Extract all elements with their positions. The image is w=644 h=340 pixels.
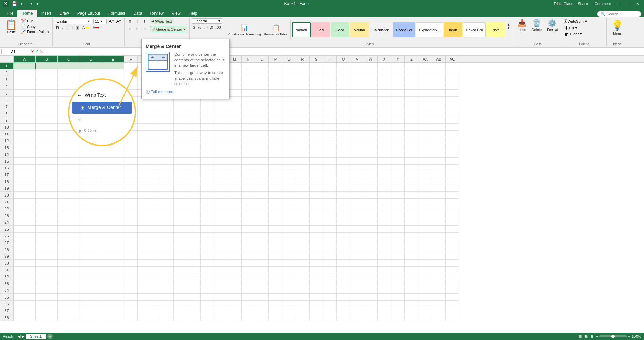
cell-F23[interactable] <box>124 212 138 219</box>
format-button[interactable]: ⚙️ Format <box>545 18 560 32</box>
cell-Y36[interactable] <box>391 301 405 307</box>
cell-H12[interactable] <box>160 137 174 144</box>
decrease-font-button[interactable]: A⁻ <box>116 18 122 24</box>
cell-Q23[interactable] <box>282 212 296 219</box>
cell-S25[interactable] <box>310 226 323 233</box>
cell-AA6[interactable] <box>418 97 432 103</box>
cell-F36[interactable] <box>124 301 138 307</box>
cell-M1[interactable] <box>228 63 242 69</box>
cell-M36[interactable] <box>228 301 242 307</box>
cell-Z21[interactable] <box>405 199 418 205</box>
cell-F14[interactable] <box>124 151 138 158</box>
cell-S8[interactable] <box>310 110 323 117</box>
cell-AC17[interactable] <box>446 171 459 178</box>
cell-O16[interactable] <box>255 165 269 171</box>
cell-Q8[interactable] <box>282 110 296 117</box>
cell-AC7[interactable] <box>446 103 459 110</box>
cell-V14[interactable] <box>350 151 364 158</box>
cell-W38[interactable] <box>364 314 378 321</box>
cell-Q26[interactable] <box>282 233 296 239</box>
cell-Z32[interactable] <box>405 273 418 280</box>
cell-I19[interactable] <box>174 185 187 192</box>
cell-Y31[interactable] <box>391 267 405 273</box>
cell-O23[interactable] <box>255 212 269 219</box>
cell-X32[interactable] <box>378 273 391 280</box>
cell-X38[interactable] <box>378 314 391 321</box>
cell-S14[interactable] <box>310 151 323 158</box>
conditional-formatting-button[interactable]: 📊 Conditional Formatting <box>227 23 262 37</box>
cell-P22[interactable] <box>269 205 282 212</box>
cell-Q38[interactable] <box>282 314 296 321</box>
cell-Q12[interactable] <box>282 137 296 144</box>
cell-AA18[interactable] <box>418 178 432 185</box>
cell-F25[interactable] <box>124 226 138 233</box>
cell-H13[interactable] <box>160 144 174 151</box>
cell-T32[interactable] <box>323 273 337 280</box>
cell-B20[interactable] <box>36 192 58 199</box>
cell-E2[interactable] <box>102 69 124 76</box>
cell-L9[interactable] <box>214 117 228 124</box>
cell-V24[interactable] <box>350 219 364 226</box>
cell-A16[interactable] <box>14 165 36 171</box>
col-header-Q[interactable]: Q <box>282 56 296 62</box>
cell-Q30[interactable] <box>282 260 296 267</box>
cell-B15[interactable] <box>36 158 58 165</box>
cell-U22[interactable] <box>337 205 350 212</box>
cell-T1[interactable] <box>323 63 337 69</box>
cell-N7[interactable] <box>242 103 255 110</box>
cell-O11[interactable] <box>255 131 269 137</box>
increase-decimal-button[interactable]: .0 <box>209 25 214 30</box>
cell-C19[interactable] <box>58 185 80 192</box>
cell-H20[interactable] <box>160 192 174 199</box>
cell-L35[interactable] <box>214 294 228 301</box>
cell-M6[interactable] <box>228 97 242 103</box>
cell-O9[interactable] <box>255 117 269 124</box>
cell-F32[interactable] <box>124 273 138 280</box>
cell-S13[interactable] <box>310 144 323 151</box>
cell-AA28[interactable] <box>418 246 432 253</box>
cell-T11[interactable] <box>323 131 337 137</box>
cell-Q6[interactable] <box>282 97 296 103</box>
cell-N4[interactable] <box>242 83 255 90</box>
cell-T21[interactable] <box>323 199 337 205</box>
cell-E25[interactable] <box>102 226 124 233</box>
cell-AC22[interactable] <box>446 205 459 212</box>
cell-X7[interactable] <box>378 103 391 110</box>
cell-P23[interactable] <box>269 212 282 219</box>
cell-J10[interactable] <box>187 124 201 131</box>
cell-V23[interactable] <box>350 212 364 219</box>
cell-F34[interactable] <box>124 287 138 294</box>
cell-J7[interactable] <box>187 103 201 110</box>
cell-N30[interactable] <box>242 260 255 267</box>
cell-O29[interactable] <box>255 253 269 260</box>
cell-Y34[interactable] <box>391 287 405 294</box>
cell-AC9[interactable] <box>446 117 459 124</box>
cell-AC25[interactable] <box>446 226 459 233</box>
cell-G33[interactable] <box>138 280 160 287</box>
cell-V28[interactable] <box>350 246 364 253</box>
cell-S38[interactable] <box>310 314 323 321</box>
cell-B11[interactable] <box>36 131 58 137</box>
cell-K13[interactable] <box>201 144 214 151</box>
cell-Q15[interactable] <box>282 158 296 165</box>
tell-me-more-link[interactable]: ⓘ Tell me more <box>146 89 225 95</box>
cell-S21[interactable] <box>310 199 323 205</box>
cell-O27[interactable] <box>255 239 269 246</box>
cell-AA24[interactable] <box>418 219 432 226</box>
row-num-3[interactable]: 3 <box>0 76 14 83</box>
cell-H36[interactable] <box>160 301 174 307</box>
cell-Z13[interactable] <box>405 144 418 151</box>
cell-AC27[interactable] <box>446 239 459 246</box>
cell-U21[interactable] <box>337 199 350 205</box>
cell-M5[interactable] <box>228 90 242 97</box>
cell-D26[interactable] <box>80 233 102 239</box>
cell-G14[interactable] <box>138 151 160 158</box>
cell-AB15[interactable] <box>432 158 446 165</box>
cell-AB34[interactable] <box>432 287 446 294</box>
cell-C38[interactable] <box>58 314 80 321</box>
cell-U11[interactable] <box>337 131 350 137</box>
cell-A35[interactable] <box>14 294 36 301</box>
cell-X13[interactable] <box>378 144 391 151</box>
cell-AC20[interactable] <box>446 192 459 199</box>
cell-W35[interactable] <box>364 294 378 301</box>
